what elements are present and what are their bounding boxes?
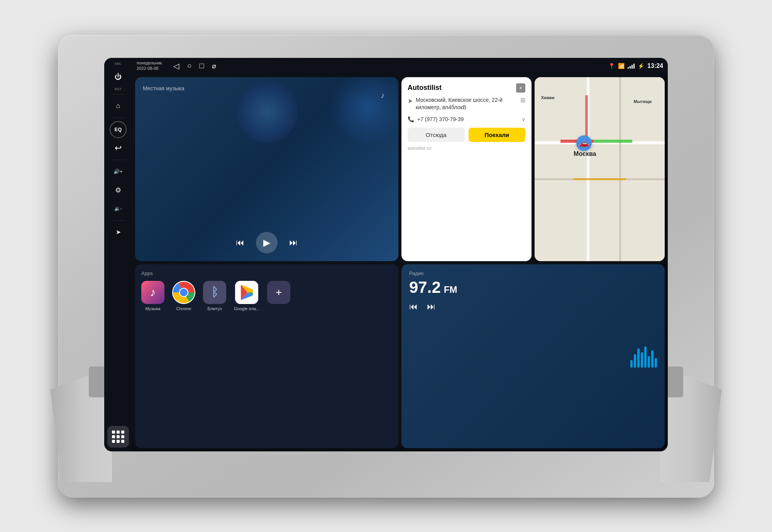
city-label-khimki: Химки <box>541 95 555 100</box>
bluetooth-symbol: ᛒ <box>211 285 218 299</box>
screen: MIC ⏻ RST ⌂ EQ ↩ 🔊+ ⚙ 🔉- ➤ <box>104 58 668 451</box>
status-bar: понедельник 2022-08-08 ◁ ○ □ ⌀ 📍 📶 <box>132 58 668 74</box>
navigate-icon: ➤ <box>408 97 413 105</box>
radio-controls: ⏮ ⏭ <box>409 302 657 312</box>
clock: 13:24 <box>647 62 663 69</box>
wave-bar-7 <box>651 350 653 368</box>
wave-bar-4 <box>641 352 643 368</box>
wave-bar-8 <box>655 358 657 368</box>
wave-bar-6 <box>648 356 650 368</box>
music-app-label: Музыка <box>146 306 161 311</box>
prev-track-button[interactable]: ⏮ <box>236 238 244 248</box>
nav-controls: ◁ ○ □ ⌀ <box>173 61 216 71</box>
city-label-mytishchi: Мытищи <box>634 99 652 104</box>
map-base <box>535 77 665 261</box>
signal-bars <box>628 63 635 69</box>
bezel: MIC ⏻ RST ⌂ EQ ↩ 🔊+ ⚙ 🔉- ➤ <box>58 35 714 498</box>
map-road-vertical-2 <box>619 77 621 261</box>
divider-2 <box>110 118 126 118</box>
music-note-icon: ♪ <box>150 286 156 299</box>
next-track-button[interactable]: ⏭ <box>289 238 298 248</box>
radio-prev-button[interactable]: ⏮ <box>409 302 418 312</box>
home-sidebar-button[interactable]: ⌂ <box>110 98 127 115</box>
play-button[interactable]: ▶ <box>256 232 278 253</box>
add-app-icon: + <box>267 281 290 304</box>
popup-phone: 📞 +7 (977) 370-79-39 ∨ <box>408 116 525 122</box>
city-label-moscow: Москва <box>574 150 596 157</box>
bluetooth-app-icon: ᛒ <box>203 281 226 304</box>
play-icon: ▶ <box>263 237 270 248</box>
grid-icon <box>108 427 128 447</box>
close-icon: × <box>519 85 522 91</box>
music-controls: ⏮ ▶ ⏭ <box>143 232 391 253</box>
map-traffic-road-2 <box>574 178 626 180</box>
sidebar: MIC ⏻ RST ⌂ EQ ↩ 🔊+ ⚙ 🔉- ➤ <box>104 58 132 451</box>
music-app-icon: ♪ <box>141 281 164 304</box>
popup-url: autostilist.ru/ <box>408 146 525 150</box>
google-play-svg <box>235 281 258 304</box>
home-nav-button[interactable]: ○ <box>187 61 191 70</box>
bluetooth-app-label: Блютуз <box>207 306 222 311</box>
phone-icon: 📞 <box>408 116 414 122</box>
apps-widget: Apps ♪ Музыка <box>135 264 398 448</box>
usb-icon: ⌀ <box>212 62 216 70</box>
popup-title: Autostilist <box>408 84 442 92</box>
radio-wave-visualization <box>630 345 657 368</box>
app-google-play[interactable]: Google пла... <box>234 281 259 311</box>
map-background: Химки Мытищи Москва 🚗 <box>535 77 665 261</box>
app-music[interactable]: ♪ Музыка <box>141 281 164 311</box>
popup-close-button[interactable]: × <box>516 83 525 93</box>
back-nav-button[interactable]: ◁ <box>173 61 179 71</box>
map-road-green-1 <box>593 140 632 143</box>
radio-frequency-number: 97.2 <box>409 279 441 296</box>
music-widget: Местная музыка ♪ ⏮ ▶ ⏭ <box>135 77 398 261</box>
yandex-popup: Autostilist × ➤ Московский, Киевское шос… <box>401 77 532 261</box>
chrome-svg <box>172 281 195 304</box>
radio-frequency: 97.2 FM <box>409 279 657 296</box>
right-status-icons: 📍 📶 ⚡ 13:24 <box>608 62 663 69</box>
date-label: 2022-08-08 <box>137 66 162 71</box>
wave-bar-3 <box>637 348 640 368</box>
go-button[interactable]: Поехали <box>469 128 526 142</box>
car-location-icon: 🚗 <box>576 135 592 151</box>
settings-button[interactable]: ⚙ <box>110 182 127 199</box>
expand-address-icon[interactable]: ⊞ <box>520 96 525 104</box>
from-here-button[interactable]: Отсюда <box>408 128 465 142</box>
divider-3 <box>110 160 126 160</box>
app-add[interactable]: + <box>267 281 290 306</box>
radio-label: Радио <box>409 270 657 276</box>
recents-nav-button[interactable]: □ <box>199 61 204 70</box>
date-section: понедельник 2022-08-08 <box>137 61 162 71</box>
wave-bar-2 <box>634 354 636 368</box>
divider-4 <box>110 220 126 221</box>
volume-down-button[interactable]: 🔉- <box>110 200 127 217</box>
phone-expand-icon[interactable]: ∨ <box>521 116 525 122</box>
all-apps-button[interactable] <box>107 426 129 448</box>
wave-bar-5 <box>644 346 647 368</box>
volume-up-button[interactable]: 🔊+ <box>110 163 127 180</box>
popup-header: Autostilist × <box>408 83 525 93</box>
popup-address: ➤ Московский, Киевское шоссе, 22-й килом… <box>408 96 525 111</box>
back-sidebar-button[interactable]: ↩ <box>110 140 127 157</box>
apps-grid: ♪ Музыка <box>141 281 392 311</box>
plus-icon: + <box>276 286 282 299</box>
top-right-area: Autostilist × ➤ Московский, Киевское шос… <box>401 77 665 261</box>
app-bluetooth[interactable]: ᛒ Блютуз <box>203 281 226 311</box>
power-button[interactable]: ⏻ <box>110 69 127 86</box>
car-head-unit: MIC ⏻ RST ⌂ EQ ↩ 🔊+ ⚙ 🔉- ➤ <box>58 35 714 498</box>
widgets-area: Местная музыка ♪ ⏮ ▶ ⏭ <box>132 74 668 451</box>
eq-button[interactable]: EQ <box>110 121 127 138</box>
music-label: Местная музыка <box>143 85 185 91</box>
radio-next-button[interactable]: ⏭ <box>427 302 435 312</box>
google-play-app-icon <box>235 281 258 304</box>
popup-actions: Отсюда Поехали <box>408 128 525 142</box>
rst-label: RST <box>115 87 122 91</box>
bluetooth-status-icon: ⚡ <box>638 63 644 69</box>
app-chrome[interactable]: Chrome <box>172 281 195 311</box>
chrome-app-label: Chrome <box>176 306 191 311</box>
svg-point-2 <box>180 289 188 296</box>
navigation-button[interactable]: ➤ <box>110 224 127 241</box>
google-play-app-label: Google пла... <box>234 306 259 311</box>
phone-number: +7 (977) 370-79-39 <box>417 116 464 122</box>
address-text: Московский, Киевское шоссе, 22-й километ… <box>416 96 517 111</box>
